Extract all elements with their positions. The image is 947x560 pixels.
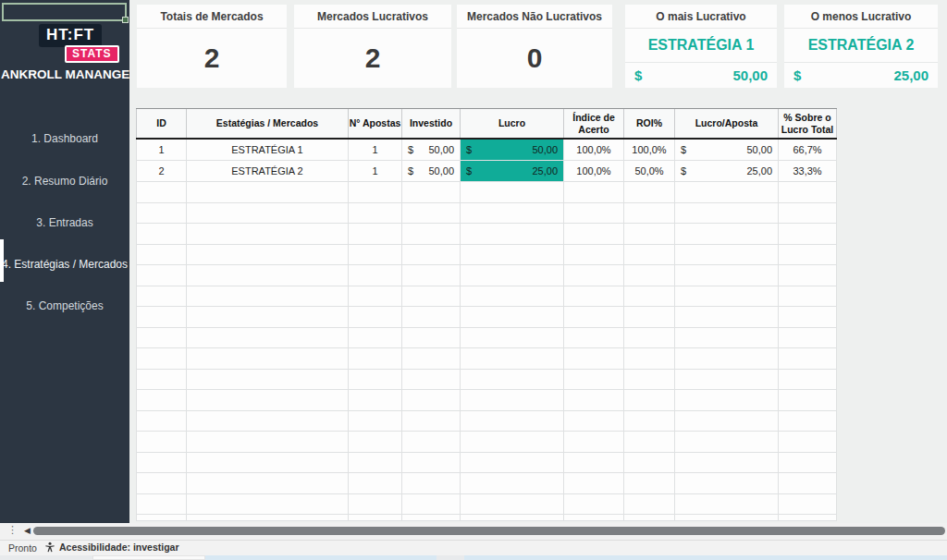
bottom-strip-segment [92, 555, 205, 560]
currency-symbol: $ [466, 165, 472, 177]
empty-grid-row[interactable] [136, 203, 837, 225]
cell-selection-outline [2, 3, 127, 21]
col-header-n-apostas: N° Apostas [349, 109, 402, 138]
sidebar-item-resumo-diario[interactable]: 2. Resumo Diário [0, 175, 129, 188]
cell-pct-lucro-total[interactable]: 66,7% [779, 140, 837, 161]
cell-lucro[interactable]: $ 50,00 [461, 140, 564, 161]
empty-grid-row[interactable] [136, 390, 837, 411]
kpi-value: 0 [457, 29, 612, 88]
cell-lucro-aposta[interactable]: $ 50,00 [675, 140, 779, 161]
app-title: ANKROLL MANANGER v [1, 67, 130, 81]
sidebar-item-competicoes[interactable]: 5. Competições [0, 299, 129, 312]
empty-grid-row[interactable] [136, 432, 837, 453]
kpi-amount: 50,00 [732, 67, 768, 83]
bottom-strip-segment [464, 555, 947, 560]
status-ready-label: Pronto [8, 542, 37, 554]
kpi-amount: 25,00 [893, 67, 929, 83]
col-header-id: ID [136, 109, 187, 138]
cell-roi[interactable]: 50,0% [624, 161, 675, 182]
amount: 50,00 [746, 144, 772, 155]
col-header-roi: ROI% [624, 109, 675, 138]
cell-apostas[interactable]: 1 [349, 140, 402, 161]
table-row: 1 ESTRATÉGIA 1 1 $ 50,00 $ 50,00 100,0% … [136, 140, 837, 161]
accessibility-person-icon [44, 542, 55, 553]
empty-grid-row[interactable] [136, 515, 837, 521]
kpi-card-menos-lucrativo: O menos Lucrativo ESTRATÉGIA 2 $ 25,00 [784, 5, 938, 88]
sidebar-item-entradas[interactable]: 3. Entradas [0, 216, 129, 229]
cell-id[interactable]: 2 [136, 161, 187, 182]
empty-grid-row[interactable] [136, 307, 837, 328]
empty-grid-row[interactable] [136, 245, 837, 266]
scroll-left-arrow-icon[interactable]: ◀ [24, 526, 31, 535]
empty-grid-row[interactable] [136, 286, 837, 308]
amount: 50,00 [428, 165, 454, 177]
empty-grid-row[interactable] [136, 411, 837, 432]
kpi-title: Totais de Mercados [137, 5, 287, 29]
kpi-card-totais-mercados: Totais de Mercados 2 [137, 5, 287, 88]
kpi-title: O mais Lucrativo [625, 5, 777, 29]
cell-lucro[interactable]: $ 25,00 [461, 161, 564, 182]
sheet-nav-dots-icon[interactable]: ⋮ [7, 524, 18, 536]
sidebar-item-estrategias-mercados[interactable]: 4. Estratégias / Mercados [0, 258, 129, 271]
cell-lucro-aposta[interactable]: $ 25,00 [675, 161, 779, 182]
bottom-strip-segment [205, 555, 437, 560]
active-item-indicator [0, 239, 4, 282]
cell-indice-acerto[interactable]: 100,0% [564, 140, 624, 161]
status-bar: Pronto Acessibilidade: investigar [0, 540, 947, 555]
cell-estrategia[interactable]: ESTRATÉGIA 1 [187, 140, 349, 161]
amount: 25,00 [532, 165, 558, 177]
empty-grid-row[interactable] [136, 370, 837, 391]
col-header-lucro: Lucro [461, 109, 564, 138]
kpi-value: 2 [294, 29, 451, 88]
kpi-card-mais-lucrativo: O mais Lucrativo ESTRATÉGIA 1 $ 50,00 [625, 5, 777, 88]
sidebar: HT:FT STATS ANKROLL MANANGER v 1. Dashbo… [0, 0, 129, 523]
currency-symbol: $ [681, 144, 686, 155]
accessibility-status-button[interactable]: Acessibilidade: investigar [44, 542, 179, 553]
empty-grid-row[interactable] [136, 182, 837, 203]
cell-estrategia[interactable]: ESTRATÉGIA 2 [187, 161, 349, 182]
brand-stats-badge: STATS [65, 45, 119, 63]
empty-grid-row[interactable] [136, 224, 837, 245]
cell-apostas[interactable]: 1 [349, 161, 402, 182]
col-header-pct-lucro-total: % Sobre o Lucro Total [779, 109, 837, 138]
kpi-strategy-name: ESTRATÉGIA 2 [784, 29, 938, 62]
currency-symbol: $ [634, 67, 642, 83]
bottom-edge-strip [0, 555, 947, 560]
currency-symbol: $ [793, 67, 801, 83]
sidebar-item-dashboard[interactable]: 1. Dashboard [0, 132, 129, 145]
kpi-title: Mercados Lucrativos [294, 5, 451, 29]
accessibility-status-label: Acessibilidade: investigar [59, 542, 179, 553]
table-header-row: ID Estatégias / Mercados N° Apostas Inve… [136, 108, 837, 140]
cell-roi[interactable]: 100,0% [624, 140, 675, 161]
currency-symbol: $ [681, 165, 686, 177]
kpi-card-mercados-lucrativos: Mercados Lucrativos 2 [294, 5, 451, 88]
kpi-title: Mercados Não Lucrativos [457, 5, 612, 29]
empty-grid-row[interactable] [136, 265, 837, 286]
kpi-card-mercados-nao-lucrativos: Mercados Não Lucrativos 0 [457, 5, 612, 88]
currency-symbol: $ [408, 165, 413, 177]
empty-grid-row[interactable] [136, 348, 837, 370]
amount: 50,00 [428, 144, 454, 155]
cell-pct-lucro-total[interactable]: 33,3% [779, 161, 837, 182]
empty-grid-row[interactable] [136, 453, 837, 474]
horizontal-scrollbar: ⋮ ◀ [0, 523, 947, 540]
selection-fill-handle[interactable] [122, 17, 129, 23]
col-header-lucro-aposta: Lucro/Aposta [675, 109, 779, 138]
cell-id[interactable]: 1 [136, 140, 187, 161]
amount: 50,00 [532, 144, 558, 155]
scrollbar-thumb[interactable] [33, 527, 945, 535]
cell-indice-acerto[interactable]: 100,0% [564, 161, 624, 182]
currency-symbol: $ [408, 144, 413, 155]
col-header-estrategias-mercados: Estatégias / Mercados [187, 109, 349, 138]
col-header-indice-acerto: Índice de Acerto [564, 109, 624, 138]
empty-grid-row[interactable] [136, 494, 837, 516]
brand-logo: HT:FT [39, 24, 102, 47]
kpi-strategy-name: ESTRATÉGIA 1 [625, 29, 777, 62]
strategies-table: ID Estatégias / Mercados N° Apostas Inve… [136, 108, 837, 521]
currency-symbol: $ [466, 144, 472, 155]
empty-grid-row[interactable] [136, 328, 837, 349]
cell-investido[interactable]: $ 50,00 [402, 140, 461, 161]
col-header-investido: Investido [402, 109, 461, 138]
cell-investido[interactable]: $ 50,00 [402, 161, 461, 182]
empty-grid-row[interactable] [136, 473, 837, 494]
